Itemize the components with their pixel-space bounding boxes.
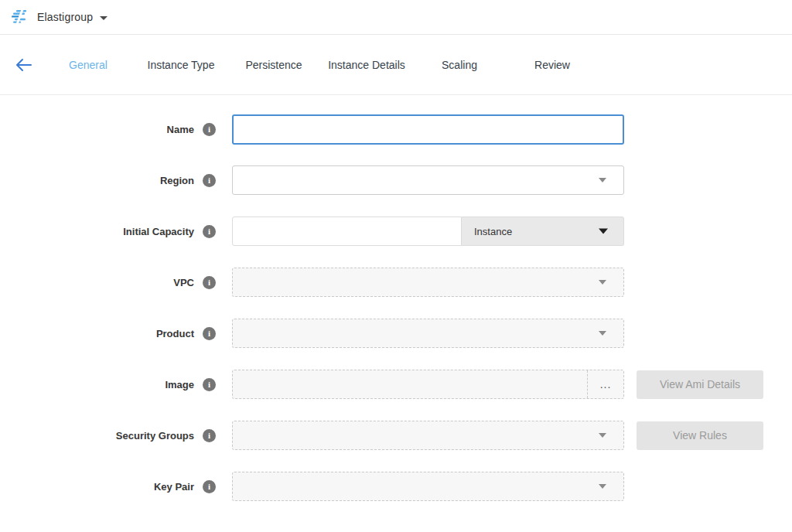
region-select[interactable] [232, 165, 624, 195]
image-field-row: Image i ... View Ami Details [0, 370, 792, 399]
info-icon[interactable]: i [203, 480, 216, 493]
vpc-field-row: VPC i [0, 268, 792, 297]
capacity-unit-value: Instance [474, 226, 512, 237]
region-label: Region [160, 175, 194, 186]
image-input[interactable]: ... [232, 370, 624, 399]
capacity-unit-select[interactable]: Instance [462, 217, 624, 246]
security-groups-label: Security Groups [116, 430, 194, 442]
key-pair-label: Key Pair [154, 481, 194, 493]
key-pair-field-row: Key Pair i [0, 472, 792, 501]
name-field-row: Name i [0, 114, 792, 144]
info-icon[interactable]: i [203, 429, 216, 442]
key-pair-select[interactable] [232, 472, 624, 501]
top-app-bar: Elastigroup [0, 0, 792, 35]
chevron-down-icon [599, 484, 606, 489]
info-icon[interactable]: i [203, 378, 216, 391]
name-input[interactable] [232, 114, 624, 145]
security-groups-field-row: Security Groups i View Rules [0, 421, 792, 450]
vpc-label: VPC [173, 277, 194, 288]
image-value [233, 370, 587, 398]
name-label: Name [167, 124, 194, 135]
app-switcher[interactable]: Elastigroup [37, 11, 108, 23]
elastigroup-logo-icon [11, 9, 29, 25]
product-field-row: Product i [0, 319, 792, 348]
chevron-down-icon [599, 229, 608, 234]
tab-persistence[interactable]: Persistence [227, 59, 320, 71]
browse-ellipsis-button[interactable]: ... [587, 370, 623, 398]
chevron-down-icon [599, 433, 606, 438]
wizard-tabs: General Instance Type Persistence Instan… [42, 59, 599, 71]
tab-instance-details[interactable]: Instance Details [320, 59, 413, 71]
region-field-row: Region i [0, 165, 792, 195]
info-icon[interactable]: i [203, 225, 216, 238]
tab-scaling[interactable]: Scaling [413, 59, 506, 71]
product-label: Product [156, 328, 194, 339]
view-ami-details-button[interactable]: View Ami Details [637, 370, 763, 399]
wizard-tab-bar: General Instance Type Persistence Instan… [0, 35, 792, 95]
general-settings-form: Name i Region i Initial Capacity i Insta… [0, 95, 792, 501]
back-arrow-icon[interactable] [15, 58, 32, 71]
tab-review[interactable]: Review [506, 59, 599, 71]
tab-instance-type[interactable]: Instance Type [135, 59, 227, 71]
app-name: Elastigroup [37, 11, 93, 23]
chevron-down-icon [100, 16, 108, 20]
chevron-down-icon [599, 331, 606, 336]
chevron-down-icon [599, 178, 606, 182]
chevron-down-icon [599, 280, 606, 285]
info-icon[interactable]: i [203, 123, 216, 136]
vpc-select[interactable] [232, 268, 624, 297]
initial-capacity-field-row: Initial Capacity i Instance [0, 217, 792, 246]
info-icon[interactable]: i [203, 276, 216, 289]
product-select[interactable] [232, 319, 624, 348]
security-groups-select[interactable] [232, 421, 624, 450]
initial-capacity-label: Initial Capacity [123, 226, 194, 237]
tab-general[interactable]: General [42, 59, 135, 71]
view-rules-button[interactable]: View Rules [637, 421, 763, 450]
initial-capacity-input[interactable] [232, 217, 462, 246]
info-icon[interactable]: i [203, 327, 216, 340]
image-label: Image [165, 379, 194, 390]
info-icon[interactable]: i [203, 174, 216, 187]
